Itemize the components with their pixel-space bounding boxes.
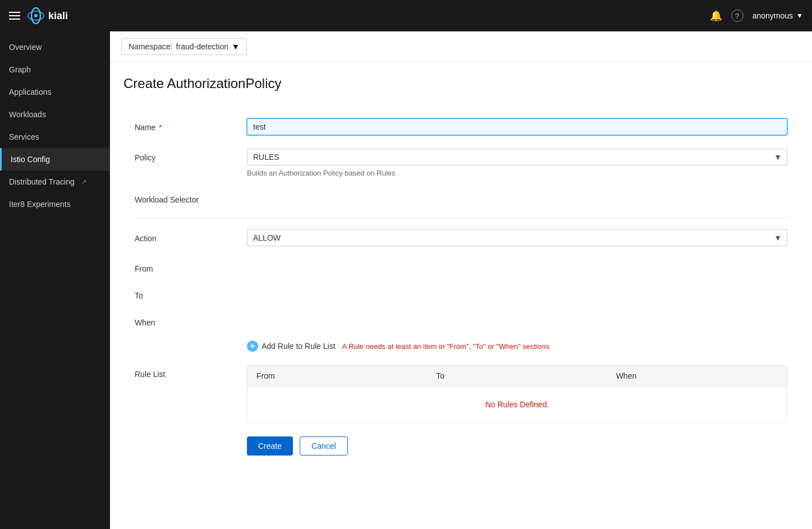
no-rules-message: No Rules Defined. [485,400,549,409]
help-icon[interactable]: ? [731,10,744,22]
action-row: Action ALLOW DENY AUDIT CUSTOM ▼ [135,229,787,246]
validation-message: A Rule needs at least an item in "From",… [342,342,549,351]
policy-control-wrapper: RULES ALLOW DENY ▼ Builds an Authorizati… [247,149,787,177]
namespace-label: Namespace: [129,42,173,51]
to-row: To [135,287,787,300]
external-link-icon: ↗ [81,178,86,186]
when-label: When [135,314,247,327]
policy-select-wrapper: RULES ALLOW DENY ▼ [247,149,787,165]
sidebar-item-iter8-label: Iter8 Experiments [9,200,71,209]
sidebar-item-overview-label: Overview [9,43,42,52]
policy-label: Policy [135,149,247,162]
user-dropdown-arrow: ▼ [796,12,803,20]
form-actions: Create Cancel [247,436,787,456]
name-label: Name * [135,118,247,132]
user-name: anonymous [753,11,793,20]
authorization-policy-form: Name * Policy RULES [123,105,799,469]
sidebar-item-services[interactable]: Services [0,126,110,148]
rule-table: From To When No Rules Defined. [247,365,787,423]
sidebar-item-applications-label: Applications [9,88,52,96]
sidebar-item-graph[interactable]: Graph [0,58,110,81]
name-input[interactable] [247,118,787,135]
sidebar-item-istio-config-label: Istio Config [11,155,50,164]
sidebar-item-distributed-tracing-label: Distributed Tracing [9,177,75,186]
page-title: Create AuthorizationPolicy [123,76,799,91]
namespace-selector[interactable]: Namespace: fraud-detection ▼ [121,38,247,55]
svg-point-3 [34,14,38,17]
hamburger-menu[interactable] [9,12,20,20]
rule-column-to: To [427,366,607,386]
sidebar-item-istio-config[interactable]: Istio Config [0,148,110,171]
workload-selector-row: Workload Selector [135,191,787,204]
from-label: From [135,260,247,273]
policy-select[interactable]: RULES ALLOW DENY [247,149,787,165]
action-control-wrapper: ALLOW DENY AUDIT CUSTOM ▼ [247,229,787,246]
action-label: Action [135,229,247,243]
to-label: To [135,287,247,300]
sidebar-item-iter8[interactable]: Iter8 Experiments [0,193,110,215]
name-required-indicator: * [159,123,162,132]
namespace-dropdown-arrow: ▼ [232,42,240,51]
policy-row: Policy RULES ALLOW DENY ▼ Builds an Auth… [135,149,787,177]
rule-list-row: Rule List From To When No Rules Defined. [135,365,787,423]
sidebar-item-services-label: Services [9,132,39,141]
name-input-wrapper [247,118,787,135]
add-rule-plus-icon: + [247,341,258,352]
action-select-wrapper: ALLOW DENY AUDIT CUSTOM ▼ [247,229,787,246]
workload-selector-label: Workload Selector [135,191,247,204]
kiali-logo: kiali [27,7,68,25]
action-select[interactable]: ALLOW DENY AUDIT CUSTOM [247,229,787,246]
rule-column-when: When [607,366,787,386]
policy-hint: Builds an Authorization Policy based on … [247,169,787,177]
divider-1 [135,218,787,218]
create-button[interactable]: Create [247,436,293,456]
sidebar-item-workloads[interactable]: Workloads [0,103,110,126]
rule-column-from: From [247,366,427,386]
sidebar-item-overview[interactable]: Overview [0,36,110,58]
sidebar-item-workloads-label: Workloads [9,110,46,119]
sidebar-item-applications[interactable]: Applications [0,81,110,103]
add-rule-row: + Add Rule to Rule List A Rule needs at … [247,341,787,352]
namespace-value: fraud-detection [176,42,228,51]
sidebar: Overview Graph Applications Workloads Se… [0,31,110,529]
main-content: Namespace: fraud-detection ▼ Create Auth… [110,31,812,529]
when-row: When [135,314,787,327]
bell-icon[interactable]: 🔔 [710,10,722,22]
sidebar-item-distributed-tracing[interactable]: Distributed Tracing ↗ [0,171,110,193]
rule-table-body: No Rules Defined. [247,387,787,422]
cancel-button[interactable]: Cancel [300,436,348,456]
user-menu[interactable]: anonymous ▼ [753,11,803,20]
top-nav: kiali 🔔 ? anonymous ▼ [0,0,812,31]
rule-table-header: From To When [247,366,787,387]
from-row: From [135,260,787,273]
add-rule-label: Add Rule to Rule List [262,342,336,351]
add-rule-button[interactable]: + Add Rule to Rule List [247,341,336,352]
rule-list-label: Rule List [135,365,247,379]
namespace-bar: Namespace: fraud-detection ▼ [110,31,812,62]
sidebar-item-graph-label: Graph [9,65,31,74]
kiali-logo-text: kiali [48,10,68,22]
name-row: Name * [135,118,787,135]
